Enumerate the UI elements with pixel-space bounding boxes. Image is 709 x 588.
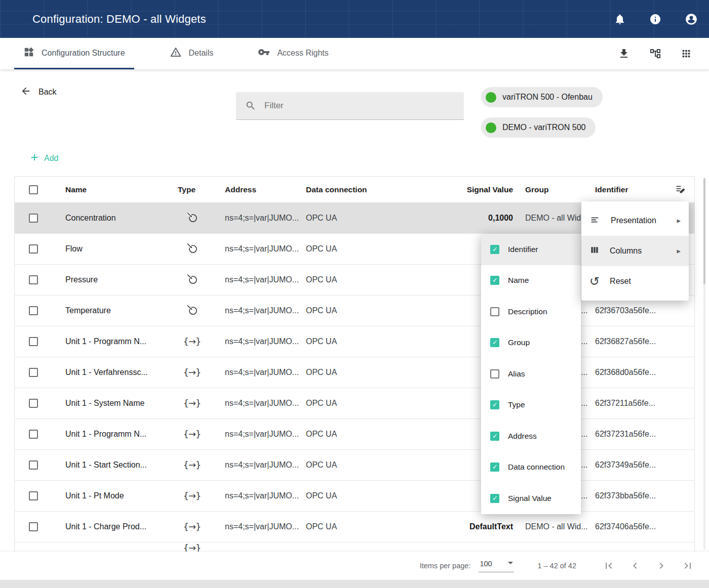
prev-page-icon[interactable] bbox=[629, 560, 641, 572]
column-toggle-item[interactable]: Type bbox=[481, 390, 581, 421]
items-per-page-label: Items per page: bbox=[420, 562, 471, 570]
tab-configuration-structure[interactable]: Configuration Structure bbox=[14, 38, 134, 69]
back-button[interactable]: Back bbox=[20, 85, 57, 99]
menu-item-presentation[interactable]: Presentation bbox=[581, 205, 689, 236]
row-name: Pressure bbox=[65, 275, 172, 284]
row-data-connection: OPC UA bbox=[306, 337, 465, 346]
row-checkbox[interactable] bbox=[29, 399, 38, 408]
menu-item-columns[interactable]: Columns bbox=[581, 236, 689, 266]
filter-field[interactable] bbox=[236, 92, 464, 120]
column-toggle-label: Type bbox=[508, 400, 525, 409]
row-name: Unit 1 - Charge Prod... bbox=[65, 522, 172, 531]
row-name: Unit 1 - Start Section... bbox=[65, 460, 172, 470]
row-identifier: 62f36827a56fe... bbox=[595, 337, 671, 346]
column-checkbox[interactable] bbox=[490, 307, 499, 316]
column-checkbox[interactable] bbox=[490, 494, 499, 503]
table-row[interactable]: Unit 1 - Verfahrenssc... ns=4;s=|var|JUM… bbox=[15, 357, 694, 388]
row-checkbox[interactable] bbox=[29, 368, 38, 377]
notifications-icon[interactable] bbox=[614, 13, 626, 25]
table-row[interactable]: Unit 1 - Pt Mode ns=4;s=|var|JUMO... OPC… bbox=[15, 481, 694, 512]
row-identifier: 62f37231a56fe... bbox=[595, 430, 671, 439]
row-identifier: 62f37349a56fe... bbox=[595, 460, 671, 470]
row-checkbox[interactable] bbox=[29, 337, 38, 346]
app-header: Configuration: DEMO - all Widgets bbox=[0, 0, 709, 38]
select-all-checkbox[interactable] bbox=[29, 185, 38, 194]
column-toggle-item[interactable]: Group bbox=[481, 327, 581, 359]
filter-input[interactable] bbox=[263, 100, 464, 111]
column-toggle-item[interactable]: Signal Value bbox=[481, 483, 581, 514]
column-toggle-item[interactable]: Data connection bbox=[481, 452, 581, 483]
hierarchy-icon[interactable] bbox=[649, 48, 661, 60]
row-checkbox[interactable] bbox=[29, 306, 38, 315]
online-status-dot bbox=[486, 92, 496, 103]
column-checkbox[interactable] bbox=[490, 338, 499, 347]
row-identifier: 62f373bba56fe... bbox=[595, 491, 671, 500]
column-toggle-label: Address bbox=[508, 432, 537, 441]
scrollbar-thumb[interactable] bbox=[703, 178, 705, 284]
chip-label: variTRON 500 - Ofenbau bbox=[502, 93, 593, 102]
row-data-connection: OPC UA bbox=[306, 430, 465, 439]
row-name: Unit 1 - Pt Mode bbox=[65, 491, 172, 500]
column-checkbox[interactable] bbox=[490, 463, 499, 472]
row-checkbox[interactable] bbox=[29, 491, 38, 500]
column-checkbox[interactable] bbox=[490, 245, 499, 254]
table-row[interactable]: Unit 1 - Programm N... ns=4;s=|var|JUMO.… bbox=[15, 419, 694, 450]
reset-icon bbox=[589, 275, 600, 287]
column-checkbox[interactable] bbox=[490, 432, 499, 441]
row-address: ns=4;s=|var|JUMO... bbox=[212, 214, 306, 223]
column-toggle-label: Name bbox=[508, 276, 529, 285]
items-per-page-select[interactable]: 100 bbox=[479, 560, 514, 572]
column-toggle-item[interactable]: Identifier bbox=[481, 234, 581, 265]
column-toggle-item[interactable]: Description bbox=[481, 296, 581, 327]
tab-details[interactable]: Details bbox=[161, 38, 223, 69]
row-data-connection: OPC UA bbox=[306, 244, 465, 254]
column-checkbox[interactable] bbox=[490, 276, 499, 285]
mapping-braces-icon bbox=[183, 430, 201, 439]
table-header-row: Name Type Address Data connection Signal… bbox=[15, 177, 694, 203]
menu-item-reset[interactable]: Reset bbox=[581, 266, 689, 297]
col-header-name: Name bbox=[65, 185, 172, 194]
row-group: DEMO - all Wid... bbox=[516, 522, 595, 531]
column-checkbox[interactable] bbox=[490, 369, 499, 379]
info-icon[interactable] bbox=[649, 13, 661, 25]
status-chip-varitron-ofenbau[interactable]: variTRON 500 - Ofenbau bbox=[481, 87, 603, 107]
table-row[interactable]: Unit 1 - Start Section... ns=4;s=|var|JU… bbox=[15, 450, 694, 481]
status-chip-demo-varitron[interactable]: DEMO - variTRON 500 bbox=[481, 117, 596, 138]
edit-columns-icon[interactable] bbox=[675, 184, 686, 195]
column-checkbox[interactable] bbox=[490, 400, 499, 409]
mapping-braces-icon bbox=[183, 460, 201, 470]
column-toggle-item[interactable]: Alias bbox=[481, 358, 581, 390]
row-checkbox[interactable] bbox=[29, 430, 38, 439]
menu-item-label: Columns bbox=[610, 246, 642, 256]
row-checkbox[interactable] bbox=[29, 275, 38, 284]
row-address: ns=4;s=|var|JUMO... bbox=[212, 244, 306, 254]
next-page-icon[interactable] bbox=[655, 560, 667, 572]
chevron-right-icon bbox=[677, 246, 681, 256]
row-checkbox[interactable] bbox=[29, 214, 38, 223]
bottom-strip bbox=[0, 580, 709, 588]
table-row[interactable]: Unit 1 - Programm N... ns=4;s=|var|JUMO.… bbox=[15, 326, 694, 357]
table-row[interactable] bbox=[15, 542, 694, 553]
row-checkbox[interactable] bbox=[29, 460, 38, 470]
last-page-icon[interactable] bbox=[682, 560, 694, 572]
download-icon[interactable] bbox=[618, 48, 630, 60]
add-button[interactable]: Add bbox=[26, 152, 61, 165]
tab-access-rights[interactable]: Access Rights bbox=[249, 38, 337, 69]
apps-grid-icon[interactable] bbox=[681, 48, 692, 59]
row-address: ns=4;s=|var|JUMO... bbox=[212, 430, 306, 439]
row-address: ns=4;s=|var|JUMO... bbox=[212, 399, 306, 408]
table-row[interactable]: Unit 1 - Charge Prod... ns=4;s=|var|JUMO… bbox=[15, 512, 694, 542]
account-icon[interactable] bbox=[685, 13, 698, 26]
signal-input-icon bbox=[186, 211, 199, 226]
first-page-icon[interactable] bbox=[603, 560, 615, 572]
table-row[interactable]: Unit 1 - System Name ns=4;s=|var|JUMO...… bbox=[15, 388, 694, 419]
column-toggle-item[interactable]: Name bbox=[481, 265, 581, 297]
row-checkbox[interactable] bbox=[29, 522, 38, 531]
signal-input-icon bbox=[186, 242, 199, 257]
back-label: Back bbox=[38, 88, 57, 97]
signal-input-icon bbox=[186, 304, 199, 318]
presentation-lines-icon bbox=[589, 214, 601, 227]
row-checkbox[interactable] bbox=[29, 244, 38, 254]
column-toggle-item[interactable]: Address bbox=[481, 421, 581, 452]
connection-chips: variTRON 500 - Ofenbau DEMO - variTRON 5… bbox=[481, 87, 603, 138]
